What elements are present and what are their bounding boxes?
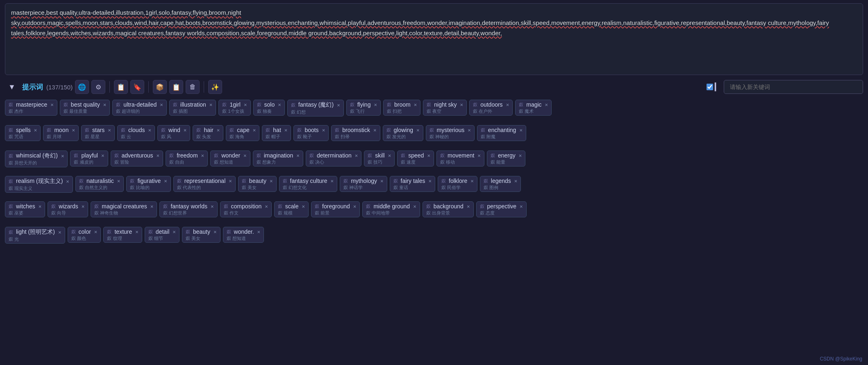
tag-0-9[interactable]: 㕢night sky×㕢 夜空 (423, 100, 467, 116)
tag-1-1[interactable]: 㕢moon×㕢 月球 (43, 125, 79, 141)
tag-close-1-7[interactable]: × (284, 127, 288, 133)
tag-close-1-1[interactable]: × (72, 127, 75, 133)
package-icon-btn[interactable]: 📦 (153, 80, 167, 94)
tag-close-4-9[interactable]: × (520, 203, 523, 210)
tag-close-2-5[interactable]: × (296, 153, 300, 159)
tag-4-3[interactable]: 㕢fantasy worlds×㕢 幻想世界 (159, 201, 217, 217)
tag-close-5-0[interactable]: × (58, 229, 61, 235)
tag-close-3-7[interactable]: × (428, 178, 432, 184)
tag-close-2-0[interactable]: × (61, 153, 64, 159)
collapse-icon[interactable]: ▼ (5, 80, 19, 94)
tag-close-4-0[interactable]: × (39, 203, 42, 210)
tag-3-4[interactable]: 㕢beauty×㕢 美女 (238, 176, 277, 192)
tag-close-0-11[interactable]: × (545, 102, 548, 108)
tag-close-2-1[interactable]: × (101, 153, 105, 159)
tag-close-3-5[interactable]: × (331, 178, 334, 184)
tag-close-1-11[interactable]: × (468, 127, 471, 133)
tag-close-0-10[interactable]: × (506, 102, 509, 108)
tag-close-0-2[interactable]: × (160, 102, 163, 108)
tag-close-0-6[interactable]: × (337, 102, 340, 108)
tag-close-2-6[interactable]: × (355, 153, 358, 159)
tag-close-1-10[interactable]: × (416, 127, 420, 133)
tag-close-3-0[interactable]: × (66, 178, 69, 185)
tag-3-3[interactable]: 㕢representational×㕢 代表性的 (173, 176, 236, 192)
tag-close-0-0[interactable]: × (50, 102, 54, 108)
tag-1-3[interactable]: 㕢clouds×㕢 云 (117, 125, 155, 141)
tag-2-2[interactable]: 㕢adventurous×㕢 冒险 (111, 151, 164, 167)
tag-close-2-9[interactable]: × (477, 153, 481, 159)
tag-3-8[interactable]: 㕢folklore×㕢 民俗学 (438, 176, 477, 192)
tag-4-6[interactable]: 㕢foreground×㕢 前景 (311, 201, 360, 217)
tag-0-4[interactable]: 㕢1girl×㕢 1个女孩 (218, 100, 250, 116)
tag-1-9[interactable]: 㕢broomstick×㕢 扫帚 (331, 125, 380, 141)
tag-close-1-12[interactable]: × (519, 127, 523, 133)
tag-close-0-9[interactable]: × (460, 102, 464, 108)
tag-1-11[interactable]: 㕢mysterious×㕢 神秘的 (426, 125, 475, 141)
tag-0-3[interactable]: 㕢illustration×㕢 插图 (169, 100, 216, 116)
tag-0-6[interactable]: 㕢fantasy (魔幻)×㕢 幻想 (287, 100, 344, 116)
tag-0-5[interactable]: 㕢solo×㕢 独奏 (253, 100, 285, 116)
tag-2-5[interactable]: 㕢imagination×㕢 想象力 (253, 151, 303, 167)
tag-1-0[interactable]: 㕢spells×㕢 咒语 (5, 125, 41, 141)
tag-2-0[interactable]: 㕢whimsical (奇幻)×㕢 异想天开的 (5, 151, 68, 167)
tag-4-2[interactable]: 㕢magical creatures×㕢 神奇生物 (91, 201, 157, 217)
tag-5-5[interactable]: 㕢wonder.×㕢 想知道 (223, 227, 264, 243)
tag-close-1-0[interactable]: × (34, 127, 37, 133)
copy-icon-btn[interactable]: 📋 (114, 80, 128, 94)
tag-close-0-5[interactable]: × (278, 102, 281, 108)
tag-0-8[interactable]: 㕢broom×㕢 扫把 (383, 100, 420, 116)
trash-icon-btn[interactable]: 🗑 (186, 80, 200, 94)
tag-2-4[interactable]: 㕢wonder×㕢 想知道 (210, 151, 250, 167)
tag-3-7[interactable]: 㕢fairy tales×㕢 童话 (390, 176, 436, 192)
tag-1-5[interactable]: 㕢hair×㕢 头发 (193, 125, 223, 141)
tag-close-2-10[interactable]: × (519, 153, 522, 159)
tag-close-3-2[interactable]: × (164, 178, 167, 184)
tag-4-5[interactable]: 㕢scale×㕢 规模 (274, 201, 309, 217)
tag-close-2-4[interactable]: × (243, 153, 247, 159)
tag-2-9[interactable]: 㕢movement×㕢 移动 (436, 151, 484, 167)
tag-2-6[interactable]: 㕢determination×㕢 决心 (306, 151, 361, 167)
tag-close-2-3[interactable]: × (201, 153, 205, 159)
tag-close-1-8[interactable]: × (322, 127, 325, 133)
tag-close-4-2[interactable]: × (150, 203, 154, 210)
tag-4-7[interactable]: 㕢middle ground×㕢 中间地带 (362, 201, 420, 217)
tag-1-2[interactable]: 㕢stars×㕢 星星 (81, 125, 115, 141)
tag-5-4[interactable]: 㕢beauty×㕢 美女 (182, 227, 220, 243)
tag-3-1[interactable]: 㕢naturalistic×㕢 自然主义的 (75, 176, 124, 192)
tag-close-3-6[interactable]: × (380, 178, 384, 184)
keyword-input[interactable] (724, 80, 863, 94)
tag-close-5-4[interactable]: × (214, 229, 217, 235)
tag-close-4-1[interactable]: × (82, 203, 85, 210)
tag-2-8[interactable]: 㕢speed×㕢 速度 (397, 151, 434, 167)
tag-2-3[interactable]: 㕢freedom×㕢 自由 (166, 151, 208, 167)
tag-close-0-7[interactable]: × (374, 102, 377, 108)
tag-2-1[interactable]: 㕢playful×㕢 顽皮的 (70, 151, 108, 167)
tag-close-2-2[interactable]: × (157, 153, 160, 159)
tag-close-2-8[interactable]: × (427, 153, 430, 159)
tag-close-1-9[interactable]: × (373, 127, 377, 133)
tag-close-3-9[interactable]: × (514, 178, 518, 184)
tag-2-10[interactable]: 㕢energy×㕢 能量 (487, 151, 525, 167)
tag-close-4-8[interactable]: × (467, 203, 470, 210)
tag-close-5-1[interactable]: × (94, 229, 98, 235)
tag-close-5-5[interactable]: × (257, 229, 261, 235)
tag-close-4-5[interactable]: × (302, 203, 305, 210)
tag-5-2[interactable]: 㕢texture×㕢 纹理 (103, 227, 142, 243)
ai-icon-btn[interactable]: ✨ (208, 80, 222, 94)
tag-3-0[interactable]: 㕢realism (现实主义)×㕢 现实主义 (5, 176, 73, 193)
tag-close-1-2[interactable]: × (108, 127, 111, 133)
keyword-checkbox[interactable] (707, 84, 713, 90)
tag-0-11[interactable]: 㕢magic×㕢 魔术 (515, 100, 552, 116)
clipboard-icon-btn[interactable]: 📋 (169, 80, 183, 94)
tag-close-1-3[interactable]: × (148, 127, 151, 133)
tag-4-0[interactable]: 㕢witches×㕢 巫婆 (5, 201, 45, 217)
tag-close-0-8[interactable]: × (414, 102, 417, 108)
tag-2-7[interactable]: 㕢skill×㕢 技巧 (364, 151, 395, 167)
tag-close-4-6[interactable]: × (353, 203, 357, 210)
tag-3-5[interactable]: 㕢fantasy culture×㕢 幻想文化 (279, 176, 338, 192)
tag-4-1[interactable]: 㕢wizards×㕢 向导 (48, 201, 88, 217)
tag-0-0[interactable]: 㕢masterpiece×㕢 杰作 (5, 100, 57, 116)
tag-0-1[interactable]: 㕢best quality×㕢 最佳质量 (60, 100, 110, 116)
tag-1-8[interactable]: 㕢boots×㕢 靴子 (293, 125, 329, 141)
tag-close-1-6[interactable]: × (253, 127, 256, 133)
